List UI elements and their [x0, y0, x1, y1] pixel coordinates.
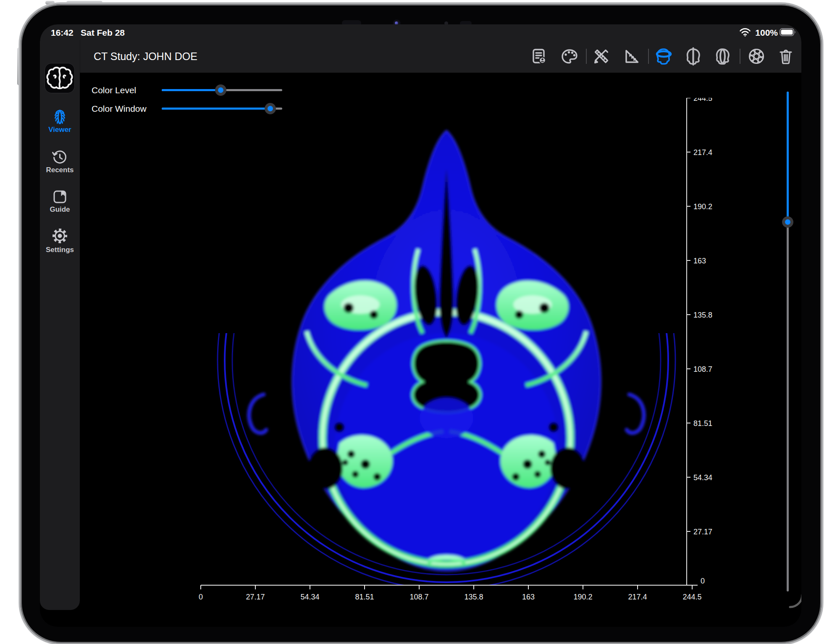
toolbar-divider: [586, 49, 587, 64]
capture-aperture-icon[interactable]: [747, 47, 766, 66]
svg-text:27.17: 27.17: [246, 593, 265, 601]
patient-report-icon[interactable]: [529, 47, 549, 66]
color-palette-icon[interactable]: [560, 47, 579, 66]
battery-icon: [780, 28, 796, 37]
clock-date: Sat Feb 28: [81, 24, 125, 41]
orientation-coronal-icon[interactable]: [713, 47, 732, 66]
slice-slider-thumb[interactable]: [782, 216, 793, 228]
toolbar-divider: [740, 49, 740, 64]
svg-text:163: 163: [693, 257, 706, 265]
svg-text:27.17: 27.17: [693, 528, 712, 536]
color-window-label: Color Window: [92, 103, 147, 114]
status-bar: 16:42 Sat Feb 28 100%: [40, 24, 801, 40]
orientation-axial-icon[interactable]: [654, 47, 673, 66]
sidebar-item-guide[interactable]: Guide: [40, 205, 80, 214]
sidebar-item-settings[interactable]: Settings: [40, 246, 80, 254]
toolbar: CT Study: JOHN DOE: [80, 40, 801, 73]
toolbar-divider: [648, 49, 649, 64]
page: 16:42 Sat Feb 28 100%: [0, 0, 840, 644]
svg-text:244.5: 244.5: [693, 98, 712, 103]
corner-swipe-indicator-icon: [787, 591, 801, 608]
svg-text:135.8: 135.8: [464, 593, 483, 601]
annotate-tools-icon[interactable]: [592, 47, 611, 66]
battery-percent: 100%: [755, 24, 778, 41]
svg-text:190.2: 190.2: [573, 593, 592, 601]
measure-set-square-icon[interactable]: [622, 47, 641, 66]
color-level-thumb[interactable]: [215, 84, 226, 96]
svg-text:135.8: 135.8: [693, 311, 712, 319]
color-level-fill: [162, 89, 220, 91]
svg-text:244.5: 244.5: [682, 593, 701, 601]
svg-text:0: 0: [199, 593, 203, 601]
viewer-axes: 244.5 217.4 190.2 163 135.8 108.7 81.51 …: [188, 98, 717, 604]
vertical-axis-labels: 244.5 217.4 190.2 163 135.8 108.7 81.51 …: [693, 98, 712, 585]
wifi-icon: [739, 28, 751, 39]
sidebar-item-recents[interactable]: Recents: [40, 166, 80, 174]
svg-text:54.34: 54.34: [693, 473, 712, 482]
study-title: CT Study: JOHN DOE: [94, 40, 197, 73]
color-level-label: Color Level: [92, 85, 136, 96]
clock-time: 16:42: [51, 24, 74, 41]
svg-text:81.51: 81.51: [693, 419, 712, 428]
svg-text:108.7: 108.7: [693, 365, 712, 373]
ipad-device-frame: 16:42 Sat Feb 28 100%: [19, 3, 823, 644]
horizontal-axis-labels: 0 27.17 54.34 81.51 108.7 135.8 163 190.…: [199, 593, 702, 601]
brain-app-icon[interactable]: [45, 63, 75, 93]
settings-icon[interactable]: [51, 227, 68, 244]
screen: 16:42 Sat Feb 28 100%: [40, 24, 801, 627]
delete-trash-icon[interactable]: [776, 47, 795, 66]
svg-text:54.34: 54.34: [300, 593, 319, 601]
svg-text:190.2: 190.2: [693, 202, 712, 211]
svg-text:163: 163: [522, 593, 535, 601]
svg-text:108.7: 108.7: [410, 593, 428, 601]
svg-text:217.4: 217.4: [628, 593, 647, 601]
sidebar: Viewer Recents Guide: [40, 40, 80, 610]
viewer-icon[interactable]: [51, 108, 68, 125]
guide-icon[interactable]: [51, 188, 68, 205]
svg-text:0: 0: [701, 577, 705, 585]
sidebar-item-viewer[interactable]: Viewer: [40, 126, 80, 134]
orientation-sagittal-icon[interactable]: [683, 47, 703, 66]
svg-text:81.51: 81.51: [355, 593, 374, 601]
svg-text:217.4: 217.4: [693, 148, 712, 157]
slice-slider-fill: [787, 92, 789, 222]
recents-icon[interactable]: [51, 149, 68, 166]
